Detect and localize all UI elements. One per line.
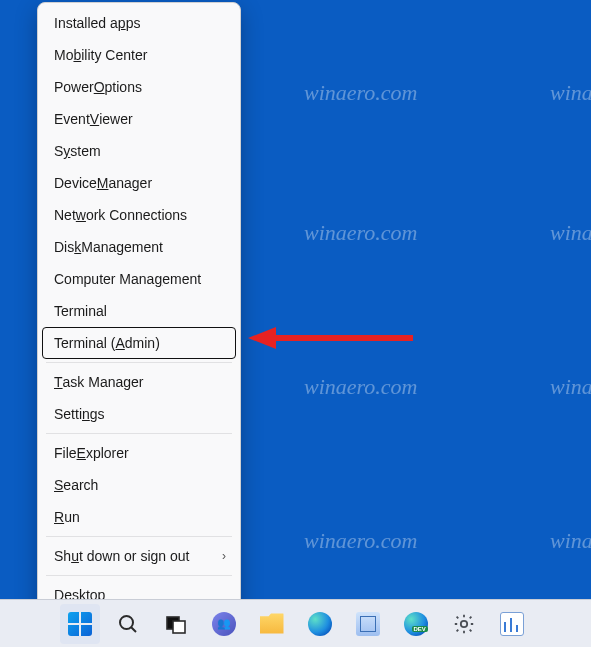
menu-item-label: Computer Mana xyxy=(54,272,154,286)
start-icon xyxy=(68,612,92,636)
svg-point-2 xyxy=(120,616,133,629)
edge-icon xyxy=(308,612,332,636)
pointer-arrow xyxy=(248,324,413,352)
watermark: winaero.com xyxy=(304,374,417,400)
edgedev-icon xyxy=(404,612,428,636)
watermark: winaero.com xyxy=(304,80,417,106)
menu-separator xyxy=(46,362,232,363)
menu-item-label: Dis xyxy=(54,240,74,254)
menu-item-event-viewer[interactable]: Event Viewer xyxy=(42,103,236,135)
taskbar-teams-button[interactable]: 👥 xyxy=(204,604,244,644)
teams-icon: 👥 xyxy=(212,612,236,636)
menu-item-disk-management[interactable]: Disk Management xyxy=(42,231,236,263)
winx-context-menu: Installed appsMobility CenterPower Optio… xyxy=(37,2,241,616)
menu-separator xyxy=(46,575,232,576)
watermark: winaero.com xyxy=(550,220,591,246)
svg-marker-1 xyxy=(248,327,276,349)
taskbar-procexp-button[interactable] xyxy=(492,604,532,644)
menu-item-terminal[interactable]: Terminal xyxy=(42,295,236,327)
menu-item-run[interactable]: Run xyxy=(42,501,236,533)
watermark: winaero.com xyxy=(304,528,417,554)
watermark: winaero.com xyxy=(304,220,417,246)
menu-separator xyxy=(46,433,232,434)
search-icon xyxy=(116,612,140,636)
menu-item-power-options[interactable]: Power Options xyxy=(42,71,236,103)
menu-item-network-connections[interactable]: Network Connections xyxy=(42,199,236,231)
svg-point-6 xyxy=(460,620,466,626)
menu-separator xyxy=(46,536,232,537)
chevron-right-icon: › xyxy=(222,550,226,562)
menu-item-label: Device xyxy=(54,176,97,190)
menu-item-terminal-admin[interactable]: Terminal (Admin) xyxy=(42,327,236,359)
taskbar-quickassist-button[interactable] xyxy=(348,604,388,644)
taskbar-taskview-button[interactable] xyxy=(156,604,196,644)
menu-item-label: Sh xyxy=(54,549,71,563)
taskbar: 👥 xyxy=(0,599,591,647)
taskbar-search-button[interactable] xyxy=(108,604,148,644)
menu-item-label: Terminal xyxy=(54,304,107,318)
menu-item-label: Net xyxy=(54,208,76,222)
menu-item-label: S xyxy=(54,144,63,158)
procexp-icon xyxy=(500,612,524,636)
menu-item-label: Event xyxy=(54,112,90,126)
menu-item-system[interactable]: System xyxy=(42,135,236,167)
menu-item-shutdown[interactable]: Shut down or sign out› xyxy=(42,540,236,572)
menu-item-label: Power xyxy=(54,80,94,94)
menu-item-device-manager[interactable]: Device Manager xyxy=(42,167,236,199)
menu-item-label: Terminal ( xyxy=(54,336,115,350)
menu-item-task-manager[interactable]: Task Manager xyxy=(42,366,236,398)
taskbar-edge-button[interactable] xyxy=(300,604,340,644)
taskview-icon xyxy=(164,612,188,636)
menu-item-label: Mo xyxy=(54,48,73,62)
watermark: winaero.com xyxy=(550,80,591,106)
taskbar-edgedev-button[interactable] xyxy=(396,604,436,644)
quickassist-icon xyxy=(356,612,380,636)
menu-item-settings[interactable]: Settings xyxy=(42,398,236,430)
svg-line-3 xyxy=(131,627,136,632)
menu-item-label: Setti xyxy=(54,407,82,421)
menu-item-label: File xyxy=(54,446,77,460)
menu-item-search[interactable]: Search xyxy=(42,469,236,501)
taskbar-start-button[interactable] xyxy=(60,604,100,644)
gear-icon xyxy=(452,612,476,636)
watermark: winaero.com xyxy=(550,374,591,400)
taskbar-explorer-button[interactable] xyxy=(252,604,292,644)
menu-item-installed-apps[interactable]: Installed apps xyxy=(42,7,236,39)
menu-item-file-explorer[interactable]: File Explorer xyxy=(42,437,236,469)
taskbar-settings-button[interactable] xyxy=(444,604,484,644)
menu-item-mobility-center[interactable]: Mobility Center xyxy=(42,39,236,71)
folder-icon xyxy=(260,612,284,636)
menu-item-computer-management[interactable]: Computer Management xyxy=(42,263,236,295)
menu-item-label: Installed a xyxy=(54,16,118,30)
svg-rect-5 xyxy=(173,621,185,633)
watermark: winaero.com xyxy=(550,528,591,554)
